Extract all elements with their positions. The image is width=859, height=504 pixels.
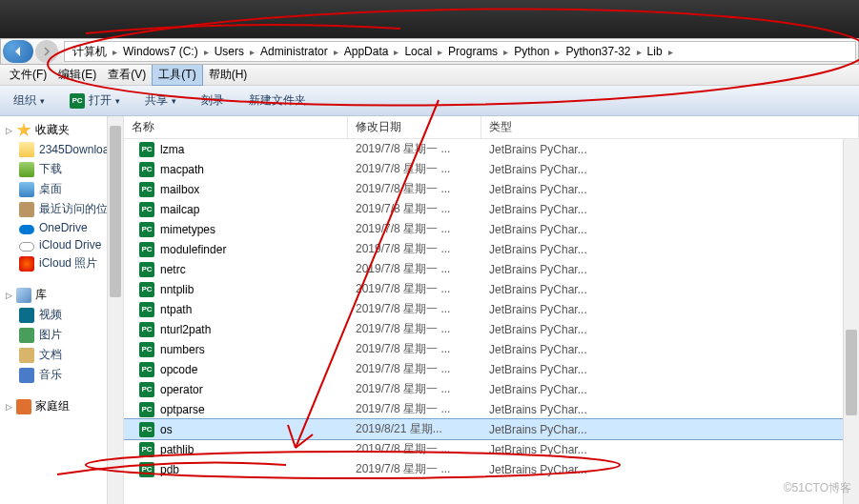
column-headers[interactable]: 名称 修改日期 类型 (124, 116, 859, 139)
library-icon (16, 288, 31, 303)
file-date: 2019/7/8 星期一 ... (356, 361, 489, 377)
sidebar-item[interactable]: iCloud 照片 (0, 253, 123, 273)
file-row[interactable]: PCntpath2019/7/8 星期一 ...JetBrains PyChar… (124, 299, 859, 319)
breadcrumb-segment[interactable]: AppData (340, 42, 393, 61)
sidebar-item[interactable]: 下载 (0, 159, 123, 179)
favorites-header[interactable]: ▷收藏夹 (0, 120, 123, 140)
chevron-right-icon[interactable]: ▸ (111, 47, 119, 57)
sidebar-item[interactable]: OneDrive (0, 219, 123, 236)
file-date: 2019/7/8 星期一 ... (356, 341, 489, 357)
file-row[interactable]: PCoptparse2019/7/8 星期一 ...JetBrains PyCh… (124, 399, 859, 419)
breadcrumb-segment[interactable]: Windows7 (C:) (119, 42, 202, 61)
file-date: 2019/7/8 星期一 ... (356, 281, 489, 297)
col-date[interactable]: 修改日期 (348, 116, 481, 138)
folder-icon (19, 142, 34, 157)
sidebar-item[interactable]: 视频 (0, 305, 123, 325)
chevron-right-icon[interactable]: ▸ (248, 47, 256, 57)
menu-help[interactable]: 帮助(H) (203, 65, 254, 85)
pycharm-file-icon: PC (139, 222, 154, 237)
file-type: JetBrains PyChar... (489, 323, 859, 336)
file-type: JetBrains PyChar... (489, 403, 859, 416)
col-name[interactable]: 名称 (124, 116, 348, 138)
file-row[interactable]: PCnntplib2019/7/8 星期一 ...JetBrains PyCha… (124, 279, 859, 299)
list-scrollbar[interactable] (843, 139, 859, 504)
chevron-right-icon[interactable]: ▸ (332, 47, 340, 57)
breadcrumb[interactable]: 计算机▸Windows7 (C:)▸Users▸Administrator▸Ap… (64, 41, 856, 62)
breadcrumb-segment[interactable]: Python (510, 42, 553, 61)
burn-button[interactable]: 刻录 (195, 90, 230, 111)
open-button[interactable]: PC打开 ▾ (64, 90, 126, 111)
pycharm-icon: PC (70, 93, 85, 109)
sidebar-scrollbar[interactable] (107, 116, 123, 504)
sidebar-item[interactable]: 桌面 (0, 179, 123, 199)
breadcrumb-segment[interactable]: Python37-32 (562, 42, 634, 61)
breadcrumb-segment[interactable]: Users (211, 42, 248, 61)
file-row[interactable]: PCpdb2019/7/8 星期一 ...JetBrains PyChar... (124, 459, 859, 479)
file-type: JetBrains PyChar... (489, 443, 859, 456)
forward-button[interactable] (35, 40, 58, 63)
file-row[interactable]: PCmacpath2019/7/8 星期一 ...JetBrains PyCha… (124, 159, 859, 179)
chevron-right-icon[interactable]: ▸ (666, 47, 675, 57)
homegroup-icon (16, 399, 31, 414)
file-row[interactable]: PCmailbox2019/7/8 星期一 ...JetBrains PyCha… (124, 179, 859, 199)
sidebar-item[interactable]: 图片 (0, 325, 123, 345)
file-date: 2019/7/8 星期一 ... (356, 321, 489, 337)
file-row[interactable]: PCpathlib2019/7/8 星期一 ...JetBrains PyCha… (124, 439, 859, 459)
file-date: 2019/7/8 星期一 ... (356, 161, 489, 177)
breadcrumb-segment[interactable]: 计算机 (69, 42, 111, 61)
chevron-right-icon[interactable]: ▸ (202, 47, 211, 57)
breadcrumb-segment[interactable]: Local (400, 42, 436, 61)
file-row[interactable]: PCmailcap2019/7/8 星期一 ...JetBrains PyCha… (124, 199, 859, 219)
organize-button[interactable]: 组织 ▾ (8, 90, 51, 111)
chevron-right-icon[interactable]: ▸ (436, 47, 444, 57)
file-row[interactable]: PCos2019/8/21 星期...JetBrains PyChar... (124, 419, 859, 439)
pycharm-file-icon: PC (139, 142, 154, 157)
breadcrumb-segment[interactable]: Programs (444, 42, 501, 61)
libraries-header[interactable]: ▷库 (0, 285, 123, 305)
chevron-right-icon[interactable]: ▸ (501, 47, 510, 57)
file-row[interactable]: PCnumbers2019/7/8 星期一 ...JetBrains PyCha… (124, 339, 859, 359)
file-row[interactable]: PCopcode2019/7/8 星期一 ...JetBrains PyChar… (124, 359, 859, 379)
new-folder-button[interactable]: 新建文件夹 (243, 90, 312, 111)
chevron-right-icon[interactable]: ▸ (553, 47, 562, 57)
sidebar-item[interactable]: iCloud Drive (0, 236, 123, 253)
chevron-right-icon[interactable]: ▸ (392, 47, 400, 57)
file-date: 2019/7/8 星期一 ... (356, 201, 489, 217)
sidebar-item-label: 2345Download (39, 143, 115, 156)
menu-file[interactable]: 文件(F) (4, 65, 52, 85)
file-type: JetBrains PyChar... (489, 263, 859, 276)
menu-edit[interactable]: 编辑(E) (52, 65, 102, 85)
back-button[interactable] (3, 40, 33, 63)
file-list-pane: 名称 修改日期 类型 PClzma2019/7/8 星期一 ...JetBrai… (124, 116, 859, 504)
breadcrumb-segment[interactable]: Administrator (256, 42, 332, 61)
file-date: 2019/8/21 星期... (356, 421, 489, 437)
file-date: 2019/7/8 星期一 ... (356, 401, 489, 417)
file-row[interactable]: PCnturl2path2019/7/8 星期一 ...JetBrains Py… (124, 319, 859, 339)
file-row[interactable]: PClzma2019/7/8 星期一 ...JetBrains PyChar..… (124, 139, 859, 159)
chevron-right-icon[interactable]: ▸ (635, 47, 644, 57)
sidebar-item[interactable]: 音乐 (0, 365, 123, 385)
file-row[interactable]: PCnetrc2019/7/8 星期一 ...JetBrains PyChar.… (124, 259, 859, 279)
sidebar-item[interactable]: 2345Download (0, 140, 123, 159)
sidebar-item[interactable]: 文档 (0, 345, 123, 365)
menu-tools[interactable]: 工具(T) (152, 64, 202, 86)
file-row[interactable]: PCmimetypes2019/7/8 星期一 ...JetBrains PyC… (124, 219, 859, 239)
share-button[interactable]: 共享 ▾ (139, 90, 182, 111)
file-name: mailcap (160, 203, 199, 216)
navigation-pane[interactable]: ▷收藏夹 2345Download下载桌面最近访问的位置OneDriveiClo… (0, 116, 124, 504)
sidebar-item-label: 音乐 (39, 367, 62, 383)
menu-bar: 文件(F) 编辑(E) 查看(V) 工具(T) 帮助(H) (0, 65, 859, 86)
file-list[interactable]: PClzma2019/7/8 星期一 ...JetBrains PyChar..… (124, 139, 859, 504)
file-name: numbers (160, 343, 205, 356)
file-name: modulefinder (160, 243, 226, 256)
col-type[interactable]: 类型 (481, 116, 859, 138)
menu-view[interactable]: 查看(V) (102, 65, 152, 85)
homegroup-header[interactable]: ▷家庭组 (0, 396, 123, 416)
file-name: operator (160, 383, 203, 396)
breadcrumb-segment[interactable]: Lib (644, 42, 666, 61)
file-row[interactable]: PCoperator2019/7/8 星期一 ...JetBrains PyCh… (124, 379, 859, 399)
command-bar: 组织 ▾ PC打开 ▾ 共享 ▾ 刻录 新建文件夹 (0, 86, 859, 116)
file-type: JetBrains PyChar... (489, 423, 859, 436)
file-row[interactable]: PCmodulefinder2019/7/8 星期一 ...JetBrains … (124, 239, 859, 259)
sidebar-item[interactable]: 最近访问的位置 (0, 199, 123, 219)
